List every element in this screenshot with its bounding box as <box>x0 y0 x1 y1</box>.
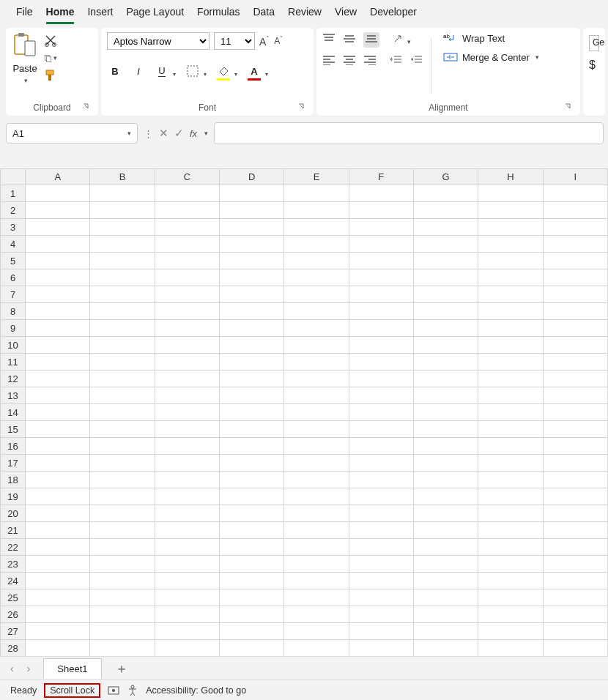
cell[interactable] <box>349 438 413 455</box>
cell[interactable] <box>155 286 219 303</box>
cell[interactable] <box>413 438 478 455</box>
col-header[interactable]: E <box>284 169 349 185</box>
cell[interactable] <box>90 539 155 556</box>
row-header[interactable]: 14 <box>1 404 26 421</box>
cell[interactable] <box>26 623 90 640</box>
cell[interactable] <box>284 303 349 320</box>
cell[interactable] <box>349 320 413 337</box>
cell[interactable] <box>349 387 413 404</box>
col-header[interactable]: H <box>478 169 543 185</box>
col-header[interactable]: G <box>413 169 478 185</box>
cell[interactable] <box>220 387 284 404</box>
cell[interactable] <box>155 606 219 623</box>
cell[interactable] <box>349 539 413 556</box>
cell[interactable] <box>26 185 90 202</box>
col-header[interactable]: F <box>349 169 413 185</box>
cell[interactable] <box>155 539 219 556</box>
cell[interactable] <box>478 556 543 573</box>
cell[interactable] <box>543 371 607 387</box>
cell[interactable] <box>220 455 284 472</box>
worksheet-grid[interactable]: A B C D E F G H I 1234567891011121314151… <box>0 168 608 656</box>
cell[interactable] <box>478 269 543 286</box>
cell[interactable] <box>413 606 478 623</box>
cell[interactable] <box>284 387 349 404</box>
row-header[interactable]: 23 <box>1 556 26 573</box>
cell[interactable] <box>543 573 607 589</box>
cell[interactable] <box>413 219 478 236</box>
col-header[interactable]: C <box>155 169 219 185</box>
cell[interactable] <box>478 219 543 236</box>
cell[interactable] <box>155 522 219 539</box>
fx-icon[interactable]: fx <box>190 128 197 139</box>
cell[interactable] <box>155 488 219 505</box>
cell[interactable] <box>90 253 155 269</box>
cell[interactable] <box>543 589 607 606</box>
font-name-select[interactable]: Aptos Narrow <box>107 32 210 50</box>
enter-formula-icon[interactable]: ✓ <box>174 127 184 140</box>
cell[interactable] <box>155 455 219 472</box>
cell[interactable] <box>478 236 543 253</box>
cell[interactable] <box>413 286 478 303</box>
paste-button[interactable]: Paste <box>12 63 37 74</box>
cell[interactable] <box>413 556 478 573</box>
cell[interactable] <box>26 202 90 219</box>
cell[interactable] <box>413 202 478 219</box>
cell[interactable] <box>284 269 349 286</box>
cell[interactable] <box>413 337 478 354</box>
cell[interactable] <box>413 371 478 387</box>
cell[interactable] <box>220 354 284 371</box>
cell[interactable] <box>155 337 219 354</box>
accessibility-icon[interactable] <box>127 685 138 696</box>
cell[interactable] <box>478 623 543 640</box>
cell[interactable] <box>155 185 219 202</box>
cell[interactable] <box>220 337 284 354</box>
cell[interactable] <box>478 573 543 589</box>
align-left-icon[interactable] <box>322 55 335 67</box>
row-header[interactable]: 7 <box>1 286 26 303</box>
cell[interactable] <box>26 505 90 522</box>
cell[interactable] <box>284 337 349 354</box>
cell[interactable] <box>220 286 284 303</box>
cell[interactable] <box>155 623 219 640</box>
paste-dropdown[interactable]: ▾ <box>24 77 28 84</box>
cell[interactable] <box>543 354 607 371</box>
cell[interactable] <box>26 472 90 488</box>
row-header[interactable]: 16 <box>1 438 26 455</box>
cell[interactable] <box>413 505 478 522</box>
cell[interactable] <box>284 320 349 337</box>
cell[interactable] <box>220 253 284 269</box>
cell[interactable] <box>26 522 90 539</box>
row-header[interactable]: 26 <box>1 606 26 623</box>
row-header[interactable]: 2 <box>1 202 26 219</box>
cell[interactable] <box>155 202 219 219</box>
row-header[interactable]: 9 <box>1 320 26 337</box>
cell[interactable] <box>349 269 413 286</box>
cell[interactable] <box>543 455 607 472</box>
cell[interactable] <box>284 185 349 202</box>
cell[interactable] <box>90 185 155 202</box>
cell[interactable] <box>26 421 90 438</box>
cell[interactable] <box>26 404 90 421</box>
cell[interactable] <box>413 488 478 505</box>
font-color-button[interactable]: A ▾ <box>246 63 262 79</box>
cell[interactable] <box>349 472 413 488</box>
cell[interactable] <box>26 286 90 303</box>
name-box[interactable]: A1 ▾ <box>6 123 138 144</box>
cell[interactable] <box>349 421 413 438</box>
cell[interactable] <box>349 556 413 573</box>
tab-insert[interactable]: Insert <box>87 6 113 22</box>
sheet-tab[interactable]: Sheet1 <box>43 658 101 679</box>
cell[interactable] <box>349 505 413 522</box>
cell[interactable] <box>284 505 349 522</box>
cell[interactable] <box>220 269 284 286</box>
row-header[interactable]: 24 <box>1 573 26 589</box>
cell[interactable] <box>284 219 349 236</box>
cell[interactable] <box>220 539 284 556</box>
cell[interactable] <box>413 472 478 488</box>
cell[interactable] <box>220 488 284 505</box>
cell[interactable] <box>26 640 90 657</box>
row-header[interactable]: 4 <box>1 236 26 253</box>
cell[interactable] <box>90 606 155 623</box>
cell[interactable] <box>478 354 543 371</box>
cell[interactable] <box>90 236 155 253</box>
